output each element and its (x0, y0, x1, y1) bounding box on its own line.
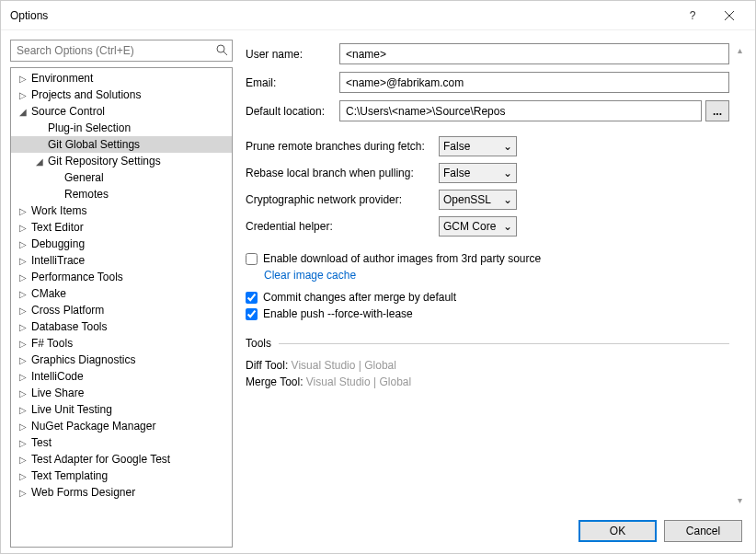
rebase-value: False (443, 167, 470, 179)
collapsed-icon[interactable]: ▷ (17, 322, 29, 332)
crypto-combo[interactable]: OpenSSL⌄ (439, 190, 517, 210)
collapsed-icon[interactable]: ▷ (17, 421, 29, 432)
diff-label: Diff Tool: (246, 359, 288, 372)
tree-item[interactable]: ▷Graphics Diagnostics (11, 352, 232, 368)
tree-item[interactable]: ▷General (11, 169, 232, 186)
diff-vs[interactable]: Visual Studio (292, 359, 356, 372)
crypto-label: Cryptographic network provider: (246, 193, 439, 206)
tree-item[interactable]: ▷Test (11, 434, 232, 451)
tools-heading: Tools (246, 337, 271, 350)
tree-item[interactable]: ▷Remotes (11, 186, 232, 202)
collapsed-icon[interactable]: ▷ (17, 206, 29, 216)
tree-item-label: Test Adapter for Google Test (31, 453, 170, 466)
tree-item[interactable]: ◢Git Repository Settings (11, 153, 232, 169)
forcelease-label: Enable push --force-with-lease (263, 307, 413, 320)
merge-vs[interactable]: Visual Studio (306, 375, 371, 388)
tree-item-label: Live Unit Testing (31, 403, 112, 416)
tree-item[interactable]: ▷Debugging (11, 236, 232, 252)
scroll-up-icon[interactable]: ▴ (738, 45, 742, 55)
tree-item[interactable]: ▷Live Share (11, 385, 232, 401)
email-label: Email: (246, 76, 339, 89)
nav-tree-list[interactable]: ▷Environment▷Projects and Solutions◢Sour… (11, 68, 232, 547)
merge-global[interactable]: Global (379, 375, 411, 388)
prune-value: False (443, 140, 470, 153)
tree-item[interactable]: ▷Performance Tools (11, 269, 232, 285)
collapsed-icon[interactable]: ▷ (17, 256, 29, 266)
tree-item[interactable]: ▷Text Templating (11, 467, 232, 484)
ok-button[interactable]: OK (578, 520, 657, 542)
expanded-icon[interactable]: ◢ (33, 156, 46, 167)
email-input[interactable] (339, 72, 729, 93)
tree-item-label: Performance Tools (31, 271, 123, 283)
tree-item-label: IntelliCode (31, 370, 84, 383)
prune-combo[interactable]: False⌄ (439, 136, 517, 156)
tree-item-label: Work Items (31, 204, 86, 217)
search-box[interactable] (10, 40, 233, 62)
tree-item[interactable]: ▷Plug-in Selection (11, 120, 232, 136)
tree-item[interactable]: ▷Work Items (11, 202, 232, 219)
window-title: Options (8, 9, 674, 22)
scroll-down-icon[interactable]: ▾ (738, 495, 742, 505)
rebase-combo[interactable]: False⌄ (439, 163, 517, 183)
tree-item[interactable]: ▷F# Tools (11, 335, 232, 352)
collapsed-icon[interactable]: ▷ (17, 289, 29, 299)
help-button[interactable]: ? (674, 1, 711, 30)
cancel-button[interactable]: Cancel (664, 520, 742, 542)
tree-item[interactable]: ▷IntelliCode (11, 368, 232, 385)
collapsed-icon[interactable]: ▷ (17, 455, 29, 465)
collapsed-icon[interactable]: ▷ (17, 372, 29, 382)
authorimg-checkbox[interactable] (246, 253, 258, 265)
cred-label: Credential helper: (246, 220, 439, 233)
tree-item-label: CMake (31, 287, 66, 300)
tree-item-label: Git Global Settings (48, 138, 140, 151)
collapsed-icon[interactable]: ▷ (17, 438, 29, 448)
collapsed-icon[interactable]: ▷ (17, 74, 29, 84)
tree-item[interactable]: ▷Git Global Settings (11, 136, 232, 153)
tree-item[interactable]: ▷Live Unit Testing (11, 401, 232, 418)
collapsed-icon[interactable]: ▷ (17, 388, 29, 398)
tree-item[interactable]: ◢Source Control (11, 103, 232, 120)
collapsed-icon[interactable]: ▷ (17, 272, 29, 283)
tree-item-label: Projects and Solutions (31, 88, 141, 101)
username-input[interactable] (339, 43, 729, 64)
collapsed-icon[interactable]: ▷ (17, 405, 29, 415)
tree-item[interactable]: ▷Environment (11, 70, 232, 87)
settings-panel: ▴ User name: Email: Default location: ..… (246, 40, 746, 548)
tree-item[interactable]: ▷Web Forms Designer (11, 484, 232, 501)
expanded-icon[interactable]: ◢ (17, 107, 29, 117)
collapsed-icon[interactable]: ▷ (17, 339, 29, 349)
tree-item[interactable]: ▷CMake (11, 285, 232, 302)
diff-global[interactable]: Global (364, 359, 396, 372)
tree-item[interactable]: ▷Database Tools (11, 318, 232, 335)
collapsed-icon[interactable]: ▷ (17, 239, 29, 249)
tree-item[interactable]: ▷NuGet Package Manager (11, 418, 232, 434)
tree-item-label: Text Editor (31, 221, 84, 234)
divider (279, 343, 729, 344)
collapsed-icon[interactable]: ▷ (17, 471, 29, 481)
forcelease-checkbox[interactable] (246, 308, 258, 320)
collapsed-icon[interactable]: ▷ (17, 306, 29, 316)
collapsed-icon[interactable]: ▷ (17, 488, 29, 498)
tree-item[interactable]: ▷Cross Platform (11, 302, 232, 318)
clear-cache-link[interactable]: Clear image cache (264, 269, 356, 282)
search-input[interactable] (15, 43, 215, 58)
commitmerge-checkbox[interactable] (246, 292, 258, 304)
tree-item[interactable]: ▷Projects and Solutions (11, 87, 232, 103)
tree-item-label: Text Templating (31, 469, 108, 482)
cred-combo[interactable]: GCM Core⌄ (439, 216, 517, 237)
collapsed-icon[interactable]: ▷ (17, 355, 29, 365)
tree-item[interactable]: ▷IntelliTrace (11, 252, 232, 269)
commitmerge-label: Commit changes after merge by default (263, 291, 456, 304)
close-button[interactable] (711, 1, 748, 30)
left-panel: ▷Environment▷Projects and Solutions◢Sour… (10, 40, 233, 548)
tree-item[interactable]: ▷Text Editor (11, 219, 232, 236)
collapsed-icon[interactable]: ▷ (17, 223, 29, 233)
tree-item-label: Remotes (64, 188, 109, 201)
browse-button[interactable]: ... (705, 100, 729, 121)
collapsed-icon[interactable]: ▷ (17, 90, 29, 100)
tree-item[interactable]: ▷Test Adapter for Google Test (11, 451, 232, 467)
chevron-down-icon: ⌄ (503, 140, 512, 153)
titlebar: Options ? (1, 1, 755, 30)
tree-item-label: Source Control (31, 105, 105, 118)
location-input[interactable] (339, 100, 702, 121)
